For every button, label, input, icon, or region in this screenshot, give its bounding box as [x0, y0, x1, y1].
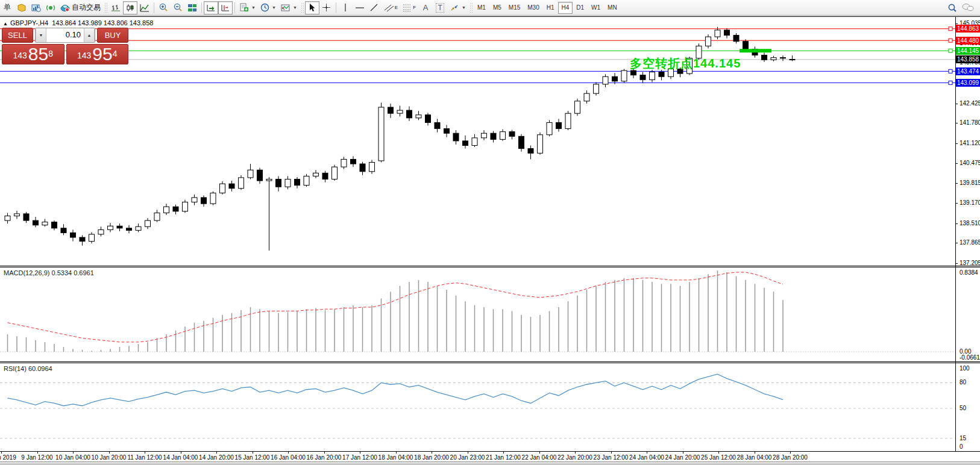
macd-scale-min: -0.0661 [960, 354, 980, 361]
timeframe-h4[interactable]: H4 [558, 2, 573, 14]
volume-decrease-button[interactable]: ▼ [36, 28, 46, 42]
line-chart-icon[interactable] [137, 1, 152, 14]
price-tick-label: 141.780 [960, 119, 980, 126]
fibo-label: F [413, 5, 416, 10]
new-order-button[interactable]: 单 [0, 1, 14, 14]
price-tick-label: 140.475 [960, 160, 980, 166]
cursor-icon[interactable] [305, 1, 319, 14]
indicators-button[interactable]: ▼ [237, 1, 258, 14]
history-center-icon[interactable] [14, 1, 29, 14]
rsi-scale-80: 80 [960, 379, 966, 385]
timeframe-m5[interactable]: M5 [489, 2, 505, 14]
bid-prefix: 143 [13, 48, 27, 63]
fibonacci-icon[interactable]: F [400, 1, 418, 14]
time-tick [755, 452, 755, 454]
window-bottom-edge [0, 461, 980, 465]
time-tick [145, 452, 145, 454]
arrows-button[interactable]: ▼ [447, 1, 468, 14]
autotrading-label: 自动交易 [72, 2, 101, 13]
time-axis[interactable]: 8 Jan 20199 Jan 12:0010 Jan 04:0010 Jan … [0, 452, 980, 462]
vertical-line-icon[interactable] [338, 1, 353, 14]
time-tick [432, 452, 432, 454]
time-label: 28 Jan 20:00 [766, 454, 814, 461]
rsi-indicator-chart[interactable] [0, 363, 955, 451]
one-click-trading-panel: SELL ▼ 0.10 ▲ BUY 143 85 8 143 95 4 [2, 28, 128, 64]
price-tick-label: 137.205 [960, 260, 980, 266]
price-tick [955, 203, 958, 204]
ask-big: 95 [92, 46, 112, 63]
price-tick [955, 104, 958, 104]
text-icon[interactable]: A [418, 1, 433, 14]
price-badge-144.863: 144.863 [956, 25, 980, 33]
price-badge-144.145: 144.145 [956, 47, 980, 55]
timeframe-h1[interactable]: H1 [543, 2, 558, 14]
auto-scroll-icon[interactable] [204, 1, 218, 14]
time-tick [575, 452, 576, 454]
chevron-down-icon: ▼ [272, 5, 276, 10]
timeframe-bar: M1M5M15M30H1H4D1W1MN [474, 2, 621, 14]
crosshair-icon[interactable] [319, 1, 334, 14]
price-badge-143.474: 143.474 [956, 67, 980, 75]
toolbar-separator [201, 2, 202, 13]
signals-icon[interactable] [43, 1, 58, 14]
new-order-label: 单 [4, 2, 11, 13]
time-tick [109, 452, 110, 454]
toolbar-grip [470, 2, 473, 13]
macd-scale-max: 0.8384 [960, 269, 978, 276]
price-badge-144.480: 144.480 [956, 37, 980, 45]
price-badge-143.858: 143.858 [956, 55, 980, 63]
toolbar-separator [336, 2, 336, 13]
symbol-period: GBPJPY-,H4 [10, 19, 48, 27]
sell-price-box[interactable]: 143 85 8 [2, 44, 64, 64]
candlestick-chart[interactable] [0, 17, 955, 266]
tile-windows-icon[interactable] [185, 1, 199, 14]
periods-button[interactable]: ▼ [258, 1, 278, 14]
time-tick [1, 452, 2, 454]
chevron-down-icon: ▼ [251, 5, 256, 10]
toolbar-grip [104, 2, 107, 13]
trendline-icon[interactable] [367, 1, 382, 14]
time-tick [611, 452, 612, 454]
templates-button[interactable]: ▼ [278, 1, 300, 14]
price-tick [955, 183, 958, 184]
pivot-annotation[interactable]: 多空转折点144.145 [630, 55, 741, 72]
buy-price-box[interactable]: 143 95 4 [66, 44, 129, 64]
chart-title: ▲GBPJPY-,H4 143.864 143.989 143.806 143.… [3, 19, 153, 27]
charts-icon[interactable] [29, 1, 43, 14]
autotrading-button[interactable]: 自动交易 [58, 1, 103, 14]
chevron-down-icon: ▼ [462, 5, 466, 10]
time-tick [503, 452, 504, 454]
timeframe-m15[interactable]: M15 [505, 2, 524, 14]
chat-icon[interactable] [960, 1, 976, 14]
toolbar-grip [301, 2, 304, 13]
timeframe-mn[interactable]: MN [604, 2, 621, 14]
buy-button[interactable]: BUY [97, 28, 128, 43]
horizontal-line-icon[interactable] [353, 1, 367, 14]
search-icon[interactable] [945, 1, 960, 14]
zoom-out-icon[interactable] [171, 1, 185, 14]
timeframe-w1[interactable]: W1 [588, 2, 604, 14]
rsi-scale-0: 0 [960, 443, 963, 450]
price-tick-label: 137.865 [960, 239, 980, 246]
macd-indicator-chart[interactable] [0, 267, 955, 361]
price-tick-label: 141.120 [960, 140, 980, 146]
ask-prefix: 143 [77, 48, 91, 63]
time-tick [216, 452, 217, 454]
zoom-in-icon[interactable] [156, 1, 171, 14]
collapse-panel-icon[interactable]: ▲ [3, 21, 8, 27]
equidistant-channel-icon[interactable]: E [382, 1, 400, 14]
price-axis[interactable]: 145.035144.390143.750142.425141.780141.1… [955, 17, 980, 451]
timeframe-d1[interactable]: D1 [573, 2, 588, 14]
bar-chart-icon[interactable] [108, 1, 123, 14]
chart-shift-icon[interactable] [218, 1, 233, 14]
time-tick [396, 452, 397, 454]
timeframe-m30[interactable]: M30 [524, 2, 542, 14]
timeframe-m1[interactable]: M1 [474, 2, 489, 14]
text-label-icon[interactable]: T [433, 1, 447, 14]
time-tick [288, 452, 289, 454]
sell-button[interactable]: SELL [2, 28, 33, 43]
pivot-thick-segment[interactable] [740, 49, 771, 52]
volume-input[interactable]: 0.10 [46, 28, 84, 42]
volume-increase-button[interactable]: ▲ [84, 28, 95, 42]
candlestick-chart-icon[interactable] [123, 1, 137, 14]
